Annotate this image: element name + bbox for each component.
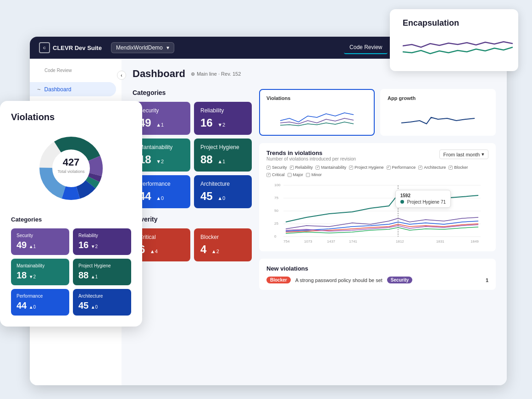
- svg-text:1073: 1073: [304, 239, 312, 244]
- svg-text:1741: 1741: [349, 239, 357, 244]
- panel-categories-grid: Security 49 ▲1 Reliability 16 ▼2 Mantain…: [11, 228, 131, 316]
- svg-text:50: 50: [274, 209, 278, 213]
- svg-text:427: 427: [63, 156, 80, 168]
- tooltip-revision: 1592: [400, 193, 446, 198]
- app-growth-chart: [388, 105, 488, 127]
- trend-chart-container: 1592 Project Hygiene 71 100: [266, 181, 488, 245]
- logo-icon: C: [39, 42, 50, 53]
- panel-cat-architecture[interactable]: Architecture 45 ▲0: [73, 289, 131, 316]
- donut-chart-container: 427 Total violations: [11, 132, 131, 205]
- panel-cat-project-hygiene[interactable]: Project Hygiene 88 ▲1: [73, 259, 131, 285]
- legend-performance: ✓ Performance: [387, 165, 416, 170]
- violations-panel: Violations 427 Total violat: [0, 101, 142, 327]
- svg-text:1812: 1812: [396, 239, 404, 244]
- sidebar-collapse-button[interactable]: ‹: [117, 71, 126, 80]
- legend-project-hygiene: ✓ Project Hygiene: [349, 165, 384, 170]
- categories-grid: Security 49 ▲1 Reliability 16 ▼2: [133, 102, 252, 208]
- categories-section-title: Categories: [133, 89, 252, 96]
- severity-blocker[interactable]: Blocker 4 ▲2: [194, 228, 252, 261]
- sidebar-section-label: Code Review: [37, 66, 114, 75]
- svg-text:754: 754: [283, 239, 290, 244]
- svg-text:1849: 1849: [471, 239, 479, 244]
- main-content: Dashboard ⊕ Main line · Rev. 152 Categor…: [122, 59, 507, 385]
- new-violations-title: New violations: [266, 265, 488, 272]
- dashboard-icon: ~: [37, 86, 41, 93]
- severity-grid: Critical 6 ▲4 Blocker 4 ▲2: [133, 228, 252, 261]
- category-architecture[interactable]: Architecture 45 ▲0: [194, 175, 252, 208]
- encapsulation-title: Encapsulation: [403, 18, 505, 28]
- breadcrumb-icon: ⊕: [191, 71, 195, 77]
- trend-tooltip: 1592 Project Hygiene 71: [395, 190, 451, 208]
- panel-cat-performance[interactable]: Performance 44 ▲0: [11, 289, 69, 316]
- violation-count: 1: [486, 277, 488, 283]
- security-badge: Security: [387, 277, 412, 283]
- page-title: Dashboard: [133, 68, 185, 80]
- legend-reliability: ✓ Reliability: [290, 165, 313, 170]
- tab-code-review[interactable]: Code Review: [344, 41, 388, 54]
- blocker-badge: Blocker: [266, 277, 291, 283]
- svg-text:25: 25: [274, 222, 278, 226]
- legend: ✓ Security ✓ Reliability ✓ Mantainabilit…: [266, 165, 488, 177]
- severity-section-title: Severity: [133, 216, 252, 223]
- trends-title: Trends in violations: [266, 150, 356, 156]
- category-project-hygiene[interactable]: Project Hygiene 88 ▲1: [194, 139, 252, 172]
- app-growth-chart-card[interactable]: App growth: [380, 89, 496, 136]
- svg-text:100: 100: [274, 183, 281, 187]
- encapsulation-chart: [403, 34, 513, 62]
- svg-text:0: 0: [274, 234, 277, 238]
- charts-row: Violations App growth: [259, 89, 496, 136]
- breadcrumb: ⊕ Main line · Rev. 152: [191, 71, 241, 77]
- panel-cat-maintainability[interactable]: Mantainability 18 ▼2: [11, 259, 69, 285]
- svg-text:1437: 1437: [327, 239, 335, 244]
- violations-panel-title: Violations: [11, 112, 131, 122]
- legend-major: Major: [288, 172, 304, 177]
- svg-text:Total violations: Total violations: [57, 169, 85, 174]
- legend-maintainability: ✓ Mantainability: [316, 165, 346, 170]
- sidebar-item-dashboard[interactable]: ~ Dashboard: [30, 82, 116, 96]
- violations-chart-label: Violations: [266, 95, 367, 101]
- legend-architecture: ✓ Architecture: [418, 165, 446, 170]
- legend-minor: Minor: [306, 172, 322, 177]
- svg-text:75: 75: [274, 196, 278, 200]
- trends-filter[interactable]: From last month ▾: [439, 150, 488, 159]
- violations-chart-card[interactable]: Violations: [259, 89, 375, 136]
- trends-header: Trends in violations Number of violation…: [266, 150, 488, 161]
- panel-categories-title: Categories: [11, 216, 131, 223]
- category-reliability[interactable]: Reliability 16 ▼2: [194, 102, 252, 135]
- trends-subtitle: Number of violations introduced per revi…: [266, 156, 356, 161]
- new-violations-card: New violations Blocker A strong password…: [259, 259, 496, 290]
- legend-security: ✓ Security: [266, 165, 287, 170]
- logo: C CLEVR Dev Suite: [39, 42, 102, 53]
- tooltip-dot: [400, 200, 404, 204]
- encapsulation-card: Encapsulation: [390, 9, 518, 71]
- donut-chart: 427 Total violations: [34, 132, 108, 205]
- trend-chart-svg: 100 75 50 25 0: [266, 181, 488, 245]
- violation-text: A strong password policy should be set: [295, 277, 382, 283]
- project-selector[interactable]: MendixWorldDemo ▾: [111, 42, 174, 53]
- legend-blocker: ✓ Blocker: [449, 165, 468, 170]
- violation-row: Blocker A strong password policy should …: [266, 277, 488, 283]
- violations-mini-chart: [266, 105, 367, 127]
- panel-cat-reliability[interactable]: Reliability 16 ▼2: [73, 228, 131, 255]
- app-growth-label: App growth: [388, 95, 488, 101]
- trends-card: Trends in violations Number of violation…: [259, 143, 496, 251]
- legend-critical: ✓ Critical: [266, 172, 285, 177]
- svg-text:1831: 1831: [436, 239, 444, 244]
- panel-cat-security[interactable]: Security 49 ▲1: [11, 228, 69, 255]
